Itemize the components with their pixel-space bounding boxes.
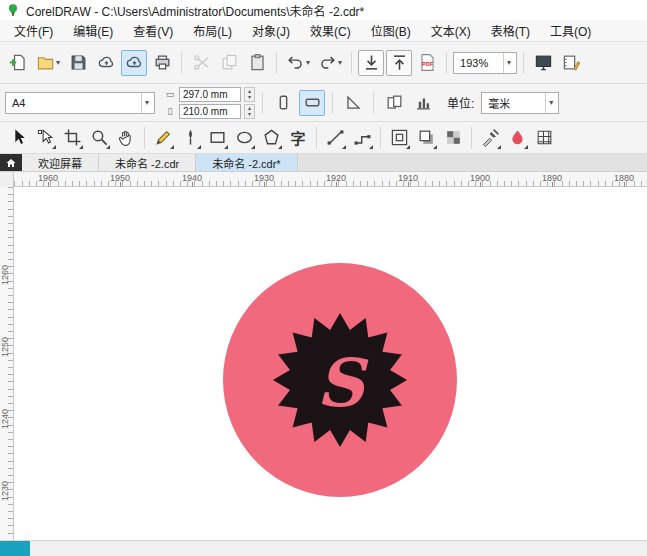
- dropdown-caret-icon: ▾: [141, 93, 152, 113]
- menu-text[interactable]: 文本(X): [421, 19, 481, 42]
- copy-button[interactable]: [216, 50, 242, 76]
- drop-shadow-tool[interactable]: [413, 125, 439, 151]
- undo-button[interactable]: ▾: [283, 50, 313, 76]
- toolbar-separator: [351, 52, 352, 74]
- window-title: CorelDRAW - C:\Users\Administrator\Docum…: [26, 2, 364, 19]
- pencil-icon: [154, 128, 173, 147]
- home-tab-button[interactable]: [0, 154, 22, 171]
- transparency-tool[interactable]: [440, 125, 466, 151]
- paste-button[interactable]: [244, 50, 270, 76]
- open-button[interactable]: ▾: [33, 50, 63, 76]
- connector-icon: [353, 128, 372, 147]
- drawing-canvas[interactable]: S: [14, 187, 647, 540]
- menu-layout[interactable]: 布局(L): [183, 19, 242, 42]
- shape-cursor-icon: [36, 128, 55, 147]
- save-button[interactable]: [65, 50, 91, 76]
- pen-nib-icon: [181, 128, 200, 147]
- checkerboard-icon: [444, 128, 463, 147]
- pan-tool[interactable]: [113, 125, 139, 151]
- eyedropper-tool[interactable]: [477, 125, 503, 151]
- menu-object[interactable]: 对象(J): [242, 19, 300, 42]
- contour-tool[interactable]: [386, 125, 412, 151]
- ellipse-tool[interactable]: [231, 125, 257, 151]
- menu-effects[interactable]: 效果(C): [300, 19, 361, 42]
- app-logo-icon: [6, 3, 20, 17]
- all-pages-button[interactable]: [381, 90, 407, 116]
- document-navigator-button[interactable]: [0, 541, 30, 556]
- page-dimensions: ▭ 297.0 mm ▴ ▾ ▯ 210.0 mm ▴ ▾: [164, 87, 255, 119]
- coreldraw-window: CorelDRAW - C:\Users\Administrator\Docum…: [0, 0, 647, 556]
- ruler-label: 1930: [254, 173, 274, 183]
- ruler-label: 1890: [542, 173, 562, 183]
- propbar-separator: [373, 92, 374, 114]
- scissors-icon: [192, 53, 211, 72]
- tab-untitled-2-modified[interactable]: 未命名 -2.cdr*: [196, 154, 297, 171]
- text-tool[interactable]: 字: [285, 125, 311, 151]
- show-rulers-button[interactable]: [558, 50, 584, 76]
- connector-tool[interactable]: [349, 125, 375, 151]
- landscape-button[interactable]: [299, 90, 325, 116]
- page-size-preset-value: A4: [12, 97, 25, 109]
- drawing-scale-button[interactable]: [340, 90, 366, 116]
- page-height-spinner[interactable]: ▴ ▾: [244, 104, 255, 119]
- zoom-tool[interactable]: [86, 125, 112, 151]
- ruler-label: 1910: [398, 173, 418, 183]
- ruler-label: 1940: [182, 173, 202, 183]
- ruler-label: 1260: [0, 265, 10, 285]
- rectangle-tool[interactable]: [204, 125, 230, 151]
- units-combobox[interactable]: 毫米 ▾: [481, 92, 559, 114]
- line-icon: [326, 128, 345, 147]
- crop-icon: [63, 128, 82, 147]
- menu-view[interactable]: 查看(V): [123, 19, 183, 42]
- cut-button[interactable]: [188, 50, 214, 76]
- freehand-tool[interactable]: [150, 125, 176, 151]
- new-document-button[interactable]: [5, 50, 31, 76]
- page-width-spinner[interactable]: ▴ ▾: [244, 87, 255, 102]
- titlebar: CorelDRAW - C:\Users\Administrator\Docum…: [0, 0, 647, 20]
- vertical-ruler[interactable]: 1260 1250 1240 1230: [0, 187, 14, 540]
- redo-button[interactable]: ▾: [315, 50, 345, 76]
- tab-untitled-2[interactable]: 未命名 -2.cdr: [99, 154, 196, 171]
- save-to-cloud-button[interactable]: [93, 50, 119, 76]
- document-tabbar: 欢迎屏幕 未命名 -2.cdr 未命名 -2.cdr*: [0, 154, 647, 172]
- print-button[interactable]: [149, 50, 175, 76]
- menu-file[interactable]: 文件(F): [4, 19, 63, 42]
- pick-tool[interactable]: [5, 125, 31, 151]
- interactive-fill-tool[interactable]: [504, 125, 530, 151]
- text-tool-glyph: 字: [290, 127, 305, 148]
- menu-edit[interactable]: 编辑(E): [63, 19, 123, 42]
- open-from-cloud-button[interactable]: [121, 50, 147, 76]
- export-button[interactable]: [386, 50, 412, 76]
- ruler-label: 1250: [0, 337, 10, 357]
- ruler-label: 1920: [326, 173, 346, 183]
- magnifier-icon: [90, 128, 109, 147]
- mesh-fill-tool[interactable]: [531, 125, 557, 151]
- page-sorter-button[interactable]: [410, 90, 436, 116]
- toolbar-separator: [523, 52, 524, 74]
- publish-to-pdf-button[interactable]: [414, 50, 440, 76]
- full-screen-preview-button[interactable]: [530, 50, 556, 76]
- portrait-button[interactable]: [270, 90, 296, 116]
- cursor-icon: [9, 128, 28, 147]
- horizontal-ruler[interactable]: 1960 1950 1940 1930 1920 1910 1900 1890 …: [0, 172, 647, 187]
- shape-tool[interactable]: [32, 125, 58, 151]
- ruler-label: 1230: [0, 481, 10, 501]
- cloud-open-icon: [125, 53, 144, 72]
- menu-tools[interactable]: 工具(O): [540, 19, 601, 42]
- line-tool[interactable]: [322, 125, 348, 151]
- page-size-preset-combobox[interactable]: A4 ▾: [5, 92, 155, 114]
- polygon-tool[interactable]: [258, 125, 284, 151]
- rectangle-icon: [208, 128, 227, 147]
- zoom-level-combobox[interactable]: 193% ▾: [453, 52, 517, 74]
- crop-tool[interactable]: [59, 125, 85, 151]
- tab-welcome-screen[interactable]: 欢迎屏幕: [22, 154, 99, 171]
- import-button[interactable]: [358, 50, 384, 76]
- pen-tool[interactable]: [177, 125, 203, 151]
- menu-bitmaps[interactable]: 位图(B): [361, 19, 421, 42]
- badge-letter[interactable]: S: [316, 344, 369, 422]
- dropdown-caret-icon: ▾: [503, 53, 514, 73]
- page-width-input[interactable]: 297.0 mm: [179, 87, 241, 102]
- toolbar-separator: [446, 52, 447, 74]
- page-height-input[interactable]: 210.0 mm: [179, 104, 241, 119]
- menu-table[interactable]: 表格(T): [481, 19, 540, 42]
